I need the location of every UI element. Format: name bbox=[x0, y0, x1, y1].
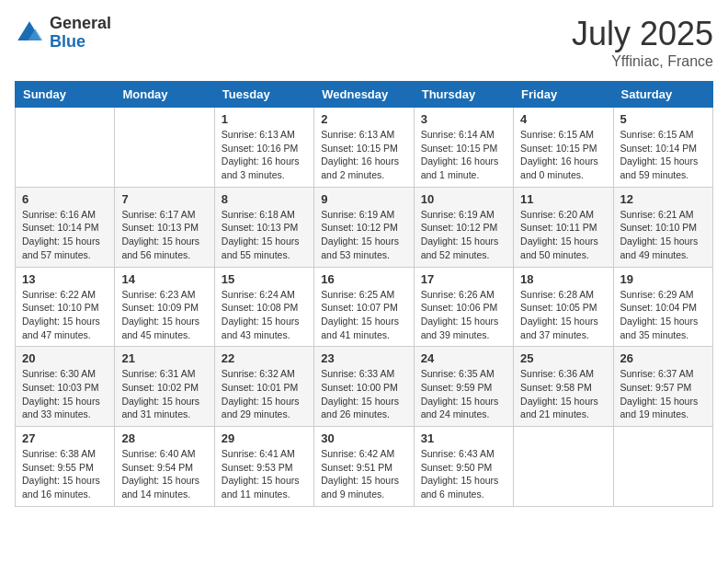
day-info: Sunrise: 6:24 AMSunset: 10:08 PMDaylight… bbox=[222, 288, 307, 342]
logo-icon bbox=[15, 18, 44, 48]
calendar-cell: 26Sunrise: 6:37 AMSunset: 9:57 PMDayligh… bbox=[613, 347, 712, 427]
day-number: 4 bbox=[520, 112, 606, 126]
calendar-cell: 6Sunrise: 6:16 AMSunset: 10:14 PMDayligh… bbox=[16, 187, 115, 267]
logo: General Blue bbox=[15, 15, 111, 52]
day-info: Sunrise: 6:43 AMSunset: 9:50 PMDaylight:… bbox=[421, 447, 506, 501]
calendar-cell: 13Sunrise: 6:22 AMSunset: 10:10 PMDaylig… bbox=[16, 267, 115, 347]
calendar-cell: 11Sunrise: 6:20 AMSunset: 10:11 PMDaylig… bbox=[514, 187, 613, 267]
calendar-day-header: Thursday bbox=[414, 82, 513, 108]
day-info: Sunrise: 6:26 AMSunset: 10:06 PMDaylight… bbox=[421, 288, 506, 342]
calendar-cell: 12Sunrise: 6:21 AMSunset: 10:10 PMDaylig… bbox=[613, 187, 712, 267]
day-info: Sunrise: 6:29 AMSunset: 10:04 PMDaylight… bbox=[620, 288, 706, 342]
day-info: Sunrise: 6:22 AMSunset: 10:10 PMDaylight… bbox=[22, 288, 108, 342]
day-number: 15 bbox=[222, 272, 307, 286]
day-number: 14 bbox=[121, 272, 207, 286]
month-title: July 2025 bbox=[572, 15, 713, 53]
calendar-cell: 18Sunrise: 6:28 AMSunset: 10:05 PMDaylig… bbox=[514, 267, 613, 347]
calendar-cell: 28Sunrise: 6:40 AMSunset: 9:54 PMDayligh… bbox=[115, 427, 214, 507]
day-number: 25 bbox=[520, 351, 606, 365]
calendar-day-header: Wednesday bbox=[314, 82, 414, 108]
day-number: 10 bbox=[421, 192, 506, 206]
calendar-week-row: 1Sunrise: 6:13 AMSunset: 10:16 PMDayligh… bbox=[16, 108, 713, 188]
day-info: Sunrise: 6:41 AMSunset: 9:53 PMDaylight:… bbox=[222, 447, 307, 501]
calendar-week-row: 13Sunrise: 6:22 AMSunset: 10:10 PMDaylig… bbox=[16, 267, 713, 347]
calendar-cell: 23Sunrise: 6:33 AMSunset: 10:00 PMDaylig… bbox=[314, 347, 414, 427]
day-info: Sunrise: 6:42 AMSunset: 9:51 PMDaylight:… bbox=[321, 447, 406, 501]
calendar-week-row: 20Sunrise: 6:30 AMSunset: 10:03 PMDaylig… bbox=[16, 347, 713, 427]
calendar-cell: 16Sunrise: 6:25 AMSunset: 10:07 PMDaylig… bbox=[314, 267, 414, 347]
day-info: Sunrise: 6:13 AMSunset: 10:15 PMDaylight… bbox=[321, 128, 406, 182]
day-info: Sunrise: 6:36 AMSunset: 9:58 PMDaylight:… bbox=[520, 367, 606, 421]
day-info: Sunrise: 6:15 AMSunset: 10:14 PMDaylight… bbox=[620, 128, 706, 182]
day-info: Sunrise: 6:25 AMSunset: 10:07 PMDaylight… bbox=[321, 288, 406, 342]
calendar-cell bbox=[16, 108, 115, 188]
calendar: SundayMondayTuesdayWednesdayThursdayFrid… bbox=[15, 81, 713, 507]
calendar-week-row: 6Sunrise: 6:16 AMSunset: 10:14 PMDayligh… bbox=[16, 187, 713, 267]
calendar-cell: 15Sunrise: 6:24 AMSunset: 10:08 PMDaylig… bbox=[214, 267, 313, 347]
day-info: Sunrise: 6:19 AMSunset: 10:12 PMDaylight… bbox=[321, 208, 406, 262]
day-info: Sunrise: 6:14 AMSunset: 10:15 PMDaylight… bbox=[421, 128, 506, 182]
day-info: Sunrise: 6:30 AMSunset: 10:03 PMDaylight… bbox=[22, 367, 108, 421]
calendar-cell: 19Sunrise: 6:29 AMSunset: 10:04 PMDaylig… bbox=[613, 267, 712, 347]
day-info: Sunrise: 6:23 AMSunset: 10:09 PMDaylight… bbox=[121, 288, 207, 342]
day-info: Sunrise: 6:20 AMSunset: 10:11 PMDaylight… bbox=[520, 208, 606, 262]
day-number: 31 bbox=[421, 431, 506, 445]
calendar-day-header: Saturday bbox=[613, 82, 712, 108]
calendar-cell: 29Sunrise: 6:41 AMSunset: 9:53 PMDayligh… bbox=[214, 427, 313, 507]
day-number: 30 bbox=[321, 431, 406, 445]
day-info: Sunrise: 6:15 AMSunset: 10:15 PMDaylight… bbox=[520, 128, 606, 182]
logo-blue-text: Blue bbox=[50, 33, 111, 52]
day-number: 24 bbox=[421, 351, 506, 365]
day-number: 20 bbox=[22, 351, 108, 365]
day-number: 5 bbox=[620, 112, 706, 126]
calendar-cell: 3Sunrise: 6:14 AMSunset: 10:15 PMDayligh… bbox=[414, 108, 513, 188]
day-info: Sunrise: 6:16 AMSunset: 10:14 PMDaylight… bbox=[22, 208, 108, 262]
calendar-cell: 8Sunrise: 6:18 AMSunset: 10:13 PMDayligh… bbox=[214, 187, 313, 267]
day-info: Sunrise: 6:28 AMSunset: 10:05 PMDaylight… bbox=[520, 288, 606, 342]
day-number: 17 bbox=[421, 272, 506, 286]
day-info: Sunrise: 6:38 AMSunset: 9:55 PMDaylight:… bbox=[22, 447, 108, 501]
day-number: 6 bbox=[22, 192, 108, 206]
calendar-cell: 9Sunrise: 6:19 AMSunset: 10:12 PMDayligh… bbox=[314, 187, 414, 267]
day-info: Sunrise: 6:21 AMSunset: 10:10 PMDaylight… bbox=[620, 208, 706, 262]
calendar-cell: 30Sunrise: 6:42 AMSunset: 9:51 PMDayligh… bbox=[314, 427, 414, 507]
calendar-cell: 14Sunrise: 6:23 AMSunset: 10:09 PMDaylig… bbox=[115, 267, 214, 347]
calendar-cell: 2Sunrise: 6:13 AMSunset: 10:15 PMDayligh… bbox=[314, 108, 414, 188]
calendar-day-header: Friday bbox=[514, 82, 613, 108]
calendar-day-header: Tuesday bbox=[214, 82, 313, 108]
day-number: 8 bbox=[222, 192, 307, 206]
day-number: 26 bbox=[620, 351, 706, 365]
day-number: 9 bbox=[321, 192, 406, 206]
day-number: 18 bbox=[520, 272, 606, 286]
day-info: Sunrise: 6:31 AMSunset: 10:02 PMDaylight… bbox=[121, 367, 207, 421]
calendar-cell: 17Sunrise: 6:26 AMSunset: 10:06 PMDaylig… bbox=[414, 267, 513, 347]
day-number: 7 bbox=[121, 192, 207, 206]
location: Yffiniac, France bbox=[572, 53, 713, 70]
calendar-day-header: Sunday bbox=[16, 82, 115, 108]
calendar-day-header: Monday bbox=[115, 82, 214, 108]
day-number: 28 bbox=[121, 431, 207, 445]
calendar-cell: 1Sunrise: 6:13 AMSunset: 10:16 PMDayligh… bbox=[214, 108, 313, 188]
calendar-cell: 31Sunrise: 6:43 AMSunset: 9:50 PMDayligh… bbox=[414, 427, 513, 507]
calendar-cell: 7Sunrise: 6:17 AMSunset: 10:13 PMDayligh… bbox=[115, 187, 214, 267]
calendar-cell: 27Sunrise: 6:38 AMSunset: 9:55 PMDayligh… bbox=[16, 427, 115, 507]
calendar-cell: 22Sunrise: 6:32 AMSunset: 10:01 PMDaylig… bbox=[214, 347, 313, 427]
day-info: Sunrise: 6:17 AMSunset: 10:13 PMDaylight… bbox=[121, 208, 207, 262]
title-block: July 2025 Yffiniac, France bbox=[572, 15, 713, 70]
calendar-cell bbox=[115, 108, 214, 188]
day-info: Sunrise: 6:32 AMSunset: 10:01 PMDaylight… bbox=[222, 367, 307, 421]
day-info: Sunrise: 6:37 AMSunset: 9:57 PMDaylight:… bbox=[620, 367, 706, 421]
calendar-cell: 4Sunrise: 6:15 AMSunset: 10:15 PMDayligh… bbox=[514, 108, 613, 188]
calendar-cell bbox=[613, 427, 712, 507]
day-number: 23 bbox=[321, 351, 406, 365]
day-info: Sunrise: 6:35 AMSunset: 9:59 PMDaylight:… bbox=[421, 367, 506, 421]
day-number: 11 bbox=[520, 192, 606, 206]
calendar-cell: 10Sunrise: 6:19 AMSunset: 10:12 PMDaylig… bbox=[414, 187, 513, 267]
day-info: Sunrise: 6:33 AMSunset: 10:00 PMDaylight… bbox=[321, 367, 406, 421]
logo-text: General Blue bbox=[50, 15, 111, 52]
calendar-cell: 20Sunrise: 6:30 AMSunset: 10:03 PMDaylig… bbox=[16, 347, 115, 427]
page-header: General Blue July 2025 Yffiniac, France bbox=[15, 15, 713, 70]
day-info: Sunrise: 6:13 AMSunset: 10:16 PMDaylight… bbox=[222, 128, 307, 182]
calendar-cell: 24Sunrise: 6:35 AMSunset: 9:59 PMDayligh… bbox=[414, 347, 513, 427]
logo-general-text: General bbox=[50, 15, 111, 33]
